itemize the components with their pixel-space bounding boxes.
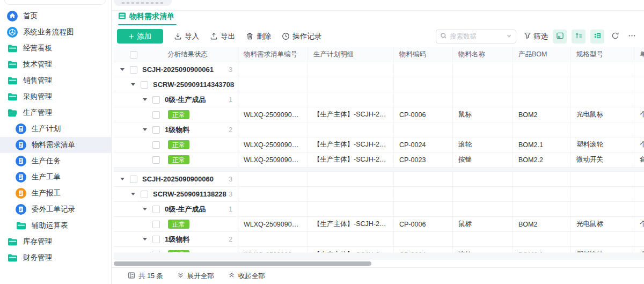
refresh-button[interactable] [609, 31, 621, 42]
row-tree-cell: 正常 [114, 217, 238, 231]
table-group-row[interactable]: SCJH-20250909000603 [114, 172, 644, 187]
row-checkbox[interactable] [152, 156, 160, 164]
sidebar-item-2[interactable]: 经营看板 [0, 40, 111, 56]
row-checkbox[interactable] [152, 111, 160, 119]
filter-button[interactable]: 筛选 [524, 32, 548, 41]
doc-blue-icon [16, 123, 26, 134]
caret-down-icon[interactable] [120, 68, 125, 71]
operation-log-button[interactable]: 操作记录 [282, 32, 321, 41]
empty-cell [238, 122, 308, 137]
caret-down-icon[interactable] [131, 193, 135, 195]
sidebar-item-1[interactable]: 系统业务流程图 [0, 24, 111, 40]
caret-down-icon[interactable] [120, 178, 125, 180]
sidebar-item-label: 生产任务 [32, 156, 61, 166]
home-icon [7, 11, 18, 21]
header-status-cell: 分析结果状态 [114, 47, 238, 62]
table-group-row[interactable]: 0级-生产成品1 [114, 92, 644, 107]
row-checkbox[interactable] [130, 176, 137, 183]
empty-cell [453, 122, 513, 137]
product-bom-cell: BOM2 [513, 217, 571, 231]
ellipsis-icon [628, 32, 636, 41]
sidebar-item-8[interactable]: 物料需求清单 [0, 137, 111, 153]
sidebar-item-13[interactable]: 辅助运算表 [0, 217, 111, 234]
empty-cell [513, 172, 571, 186]
table-group-row[interactable]: SCJH-20250909000613 [114, 62, 644, 77]
collapse-all-label: 收起全部 [238, 272, 265, 281]
table-group-row[interactable]: SCRW-25090911382283 [114, 187, 644, 202]
row-checkbox[interactable] [152, 251, 160, 252]
table-group-row[interactable]: 1级物料2 [114, 122, 644, 137]
search-input[interactable] [450, 33, 503, 40]
sidebar-item-9[interactable]: 生产任务 [0, 153, 111, 169]
table-row[interactable]: 正常WLXQ-2509090005【生产主体】-SCJH-202509090..… [114, 152, 644, 168]
add-button[interactable]: + 添加 [117, 29, 163, 43]
empty-cell [308, 202, 394, 216]
row-checkbox[interactable] [141, 191, 148, 198]
empty-cell [238, 92, 308, 107]
table-group-row[interactable]: SCRW-2509091143437083 [114, 77, 644, 92]
empty-cell [634, 172, 644, 186]
horizontal-scrollbar-thumb[interactable] [114, 261, 371, 266]
table-row[interactable]: 正常WLXQ-2509090004【生产主体】-SCJH-202509090..… [114, 107, 644, 122]
header-product-bom: 产品BOM [513, 47, 571, 62]
empty-cell [238, 62, 308, 77]
select-all-checkbox[interactable] [130, 51, 137, 59]
empty-cell [453, 92, 513, 107]
search-icon [440, 32, 447, 41]
expand-all-button[interactable]: 展开全部 [177, 272, 214, 281]
caret-down-icon[interactable] [143, 98, 147, 101]
caret-down-icon[interactable] [143, 208, 147, 210]
more-button[interactable] [626, 31, 638, 42]
table-group-row[interactable]: 0级-生产成品1 [114, 202, 644, 217]
sidebar-item-12[interactable]: 委外工单记录 [0, 201, 111, 217]
table-row[interactable]: 正常WLXQ-2509090001【生产主体】-SCJH-202509090..… [114, 217, 644, 232]
sidebar-item-6[interactable]: 生产管理 [0, 105, 111, 121]
row-checkbox[interactable] [152, 96, 160, 104]
export-button[interactable]: 导出 [210, 32, 235, 41]
tree-view-icon [575, 32, 583, 41]
caret-down-icon[interactable] [143, 238, 147, 241]
empty-cell [513, 187, 571, 201]
import-button[interactable]: 导入 [174, 32, 199, 41]
row-checkbox[interactable] [152, 236, 160, 243]
table-group-row[interactable]: 1级物料2 [114, 232, 644, 247]
sidebar-item-7[interactable]: 生产计划 [0, 121, 111, 137]
sidebar-item-0[interactable]: 首页 [0, 8, 111, 24]
card-view-button[interactable] [553, 30, 567, 43]
detail-list-button[interactable] [590, 30, 604, 43]
caret-down-icon[interactable] [131, 83, 135, 86]
tab-label: 物料需求清单 [129, 12, 174, 21]
empty-cell [634, 62, 644, 77]
row-checkbox[interactable] [152, 141, 160, 149]
row-tree-cell: SCRW-2509091143437083 [114, 77, 238, 92]
row-checkbox[interactable] [130, 66, 137, 74]
status-badge: 正常 [168, 155, 189, 164]
sidebar-item-11[interactable]: 生产报工 [0, 185, 111, 201]
table-row[interactable]: 正常WLXQ-2509090002【生产主体】-SCJH-202509090..… [114, 247, 644, 252]
search-box[interactable] [436, 30, 516, 43]
operation-log-label: 操作记录 [292, 32, 321, 41]
row-checkbox[interactable] [152, 206, 160, 213]
plus-icon: + [129, 32, 134, 41]
tree-view-button[interactable] [572, 30, 586, 43]
material-requirements-table: 分析结果状态 物料需求清单编号 生产计划明细 物料编码 物料名称 产品BOM 规… [112, 47, 644, 260]
status-badge: 正常 [168, 110, 189, 119]
caret-down-icon[interactable] [143, 128, 147, 131]
sidebar-item-14[interactable]: 库存管理 [0, 234, 111, 250]
sidebar-item-5[interactable]: 采购管理 [0, 89, 111, 105]
sidebar-item-3[interactable]: 技术管理 [0, 56, 111, 72]
row-checkbox[interactable] [152, 126, 160, 134]
collapse-all-button[interactable]: 收起全部 [228, 272, 265, 281]
sidebar-item-10[interactable]: 生产工单 [0, 169, 111, 185]
table-row[interactable]: 正常WLXQ-2509090006【生产主体】-SCJH-202509090..… [114, 137, 644, 152]
header-list-no: 物料需求清单编号 [238, 47, 308, 62]
chevron-down-icon[interactable] [506, 32, 512, 40]
sidebar-item-15[interactable]: 财务管理 [0, 250, 111, 266]
top-strip [112, 0, 644, 11]
delete-button[interactable]: 删除 [246, 32, 271, 41]
sidebar-item-4[interactable]: 销售管理 [0, 72, 111, 89]
tab-material-requirements[interactable]: 物料需求清单 [118, 12, 177, 25]
row-checkbox[interactable] [141, 81, 148, 89]
row-tree-cell: 0级-生产成品1 [114, 202, 238, 216]
row-checkbox[interactable] [152, 221, 160, 228]
